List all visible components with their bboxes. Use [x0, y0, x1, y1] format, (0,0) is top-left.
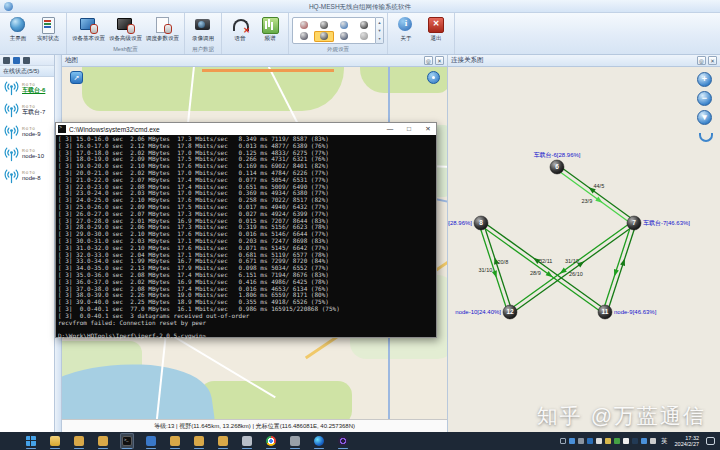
taskbar-apps	[0, 432, 350, 450]
tray-icon[interactable]	[614, 438, 620, 444]
taskbar-app-4-button[interactable]	[168, 433, 182, 449]
taskbar-chrome-button[interactable]	[264, 433, 278, 449]
theme-option[interactable]	[314, 19, 334, 31]
tray-icon[interactable]	[650, 438, 656, 444]
node-list-item[interactable]: R:0 T:0 node-10	[0, 143, 54, 165]
antenna-icon	[4, 102, 19, 118]
cmd-minimize-button[interactable]: —	[382, 123, 398, 135]
node-name: node-10	[22, 153, 54, 160]
theme-option[interactable]	[354, 31, 374, 43]
taskbar-app-3-button[interactable]	[144, 433, 158, 449]
svg-text:31/10: 31/10	[479, 267, 493, 273]
explorer-icon	[50, 436, 60, 446]
tray-icon[interactable]	[632, 438, 638, 444]
sidebar-toolbar[interactable]	[0, 55, 54, 66]
topology-close-button[interactable]: ✕	[708, 56, 717, 65]
tray-icon[interactable]	[569, 438, 575, 444]
device-basic-settings-button[interactable]: 设备基本设置	[70, 15, 107, 43]
node-list: R:0 T:0 车载台-6 R:0 T:0 车载台-7	[0, 77, 54, 187]
grab-tool-button[interactable]	[697, 129, 712, 144]
node-list-item[interactable]: R:0 T:0 车载台-6	[0, 77, 54, 99]
map-pan-button[interactable]: ↗	[70, 71, 83, 84]
taskbar-start-button[interactable]	[24, 433, 38, 449]
app-titlebar: HQ-MESH无线自组网传输系统软件	[0, 0, 720, 13]
app-6-icon	[218, 436, 228, 446]
map-locate-button[interactable]	[427, 71, 440, 84]
taskbar-edge-button[interactable]	[312, 433, 326, 449]
zoom-in-button[interactable]: +	[697, 72, 712, 87]
theme-option[interactable]	[314, 31, 334, 43]
svg-text:6: 6	[555, 163, 559, 170]
zoom-out-button[interactable]: −	[697, 91, 712, 106]
taskbar-app-9-button[interactable]	[336, 433, 350, 449]
scroll-down-icon[interactable]: ▼	[378, 28, 382, 33]
node-list-item[interactable]: R:0 T:0 node-8	[0, 165, 54, 187]
taskbar-clock[interactable]: 17:32 2024/2/27	[673, 435, 701, 448]
node-list-item[interactable]: R:0 T:0 node-9	[0, 121, 54, 143]
tray-icon[interactable]	[605, 438, 611, 444]
schedule-params-button[interactable]: 调度参数设置	[144, 15, 181, 43]
cmd-titlebar[interactable]: C:\Windows\system32\cmd.exe — □ ✕	[56, 123, 436, 135]
taskbar-app-2-button[interactable]	[96, 433, 110, 449]
device-advanced-icon	[116, 16, 136, 34]
scroll-up-icon[interactable]: ▲	[378, 20, 382, 25]
taskbar-cmd-button[interactable]	[120, 433, 134, 449]
node-list-item[interactable]: R:0 T:0 车载台-7	[0, 99, 54, 121]
cmd-maximize-button[interactable]: □	[401, 123, 417, 135]
notification-center-icon[interactable]	[706, 437, 715, 445]
tray-icon[interactable]	[641, 438, 647, 444]
app-2-icon	[98, 436, 108, 446]
exit-icon	[426, 16, 446, 34]
theme-option[interactable]	[334, 19, 354, 31]
scroll-more-icon[interactable]: ▾	[378, 36, 380, 41]
theme-option[interactable]	[354, 19, 374, 31]
svg-text:23/9: 23/9	[582, 198, 593, 204]
theme-option[interactable]	[294, 31, 314, 43]
ime-indicator[interactable]: 英	[659, 437, 670, 446]
taskbar-explorer-button[interactable]	[48, 433, 62, 449]
topology-panel: 连接关系图 ◎ ✕ 44/523/920/831/1032/1128/931/1…	[448, 55, 720, 432]
ribbon-group-appearance: ▲ ▼ ▾ 外观设置	[289, 13, 388, 54]
tray-icon[interactable]	[596, 438, 602, 444]
taskbar-app-8-button[interactable]	[288, 433, 302, 449]
exit-button[interactable]: 退出	[421, 15, 451, 43]
theme-option[interactable]	[334, 31, 354, 43]
theme-gallery-scroll[interactable]: ▲ ▼ ▾	[376, 17, 384, 44]
taskbar-app-7-button[interactable]	[240, 433, 254, 449]
taskbar-app-5-button[interactable]	[192, 433, 206, 449]
tray-icon[interactable]	[578, 438, 584, 444]
about-button[interactable]: 关于	[391, 15, 421, 43]
svg-text:12: 12	[506, 308, 514, 315]
map-pin-button[interactable]: ◎	[424, 56, 433, 65]
topology-panel-header: 连接关系图 ◎ ✕	[448, 55, 720, 67]
taskbar-app-6-button[interactable]	[216, 433, 230, 449]
taskbar-app-1-button[interactable]	[72, 433, 86, 449]
app-3-icon	[146, 436, 156, 446]
device-advanced-settings-button[interactable]: 设备高级设置	[107, 15, 144, 43]
topology-pin-button[interactable]: ◎	[697, 56, 706, 65]
taskbar-tray: 英 17:32 2024/2/27	[560, 435, 720, 448]
svg-text:26/10: 26/10	[569, 271, 583, 277]
spectrum-button[interactable]: 频谱	[255, 15, 285, 43]
main-view-button[interactable]: 主界面	[3, 15, 33, 43]
tray-icon[interactable]	[623, 438, 629, 444]
cmd-icon	[122, 436, 132, 446]
cmd-window[interactable]: C:\Windows\system32\cmd.exe — □ ✕ [ 3] 1…	[55, 122, 437, 338]
video-recall-button[interactable]: 录像调用	[188, 15, 218, 43]
tray-icon[interactable]	[587, 438, 593, 444]
realtime-status-button[interactable]: 实时状态	[33, 15, 63, 43]
topology-canvas[interactable]: 44/523/920/831/1032/1128/931/1026/106车载台…	[448, 67, 720, 432]
pan-down-button[interactable]: ▾	[697, 110, 712, 125]
app-8-icon	[290, 436, 300, 446]
theme-option[interactable]	[294, 19, 314, 31]
theme-gallery[interactable]	[292, 17, 376, 44]
map-statusbar: 等级:13 | 视野(11.645km, 13.268km) | 光标位置(11…	[62, 419, 447, 432]
svg-text:node-8[28.96%]: node-8[28.96%]	[448, 220, 472, 226]
cmd-close-button[interactable]: ✕	[420, 123, 436, 135]
voice-button[interactable]: 语音	[225, 15, 255, 43]
topology-canvas-area: 44/523/920/831/1032/1128/931/1026/106车载台…	[448, 67, 720, 432]
tray-icon[interactable]	[560, 438, 566, 444]
antenna-icon	[4, 168, 19, 184]
map-close-button[interactable]: ✕	[435, 56, 444, 65]
node-name: 车载台-7	[22, 109, 54, 116]
